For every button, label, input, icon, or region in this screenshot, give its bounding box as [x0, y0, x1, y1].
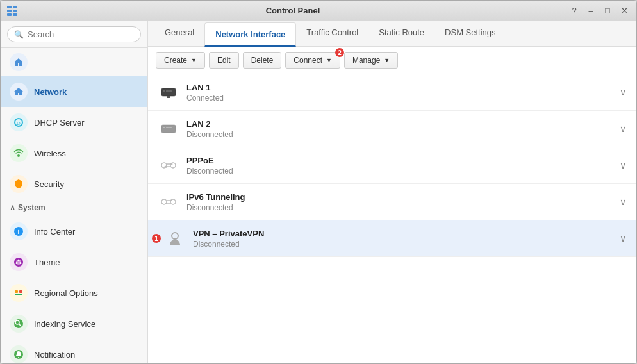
sidebar-item-dhcp[interactable]: D DHCP Server	[1, 107, 147, 138]
lan2-chevron: ∨	[620, 124, 626, 134]
svg-rect-0	[7, 6, 12, 8]
svg-rect-3	[13, 10, 17, 12]
chevron-down-icon: ∧	[10, 203, 15, 212]
sidebar-item-security-label: Security	[34, 179, 64, 189]
svg-rect-4	[7, 13, 12, 16]
sidebar-item-notification-label: Notification	[34, 350, 75, 360]
pppoe-status: Disconnected	[186, 167, 620, 176]
svg-rect-32	[169, 127, 172, 128]
maximize-button[interactable]: □	[600, 4, 615, 18]
vpn-chevron: ∨	[620, 233, 626, 244]
close-button[interactable]: ✕	[617, 4, 631, 18]
indexing-icon	[10, 315, 28, 333]
svg-point-14	[16, 262, 18, 264]
search-input[interactable]	[28, 29, 134, 39]
manage-button[interactable]: Manage	[344, 52, 398, 69]
sidebar-item-regional[interactable]: Regional Options	[1, 277, 147, 308]
notification-icon	[10, 345, 28, 363]
svg-rect-30	[163, 127, 165, 128]
sidebar-item-regional-label: Regional Options	[34, 288, 98, 298]
ipv6-chevron: ∨	[620, 197, 626, 207]
svg-rect-46	[173, 239, 177, 242]
svg-text:D: D	[17, 120, 21, 126]
connect-button[interactable]: Connect	[285, 52, 340, 69]
lan1-chevron: ∨	[620, 87, 626, 97]
network-item-ipv6[interactable]: IPv6 Tunneling Disconnected ∨	[148, 184, 636, 220]
minimize-button[interactable]: –	[584, 4, 598, 18]
svg-point-45	[172, 233, 178, 239]
tab-general[interactable]: General	[154, 21, 204, 47]
lan1-status: Connected	[186, 94, 620, 103]
wireless-icon	[10, 144, 28, 162]
sidebar-item-info-center-label: Info Center	[34, 227, 75, 236]
network-item-pppoe[interactable]: PPPoE Disconnected ∨	[148, 147, 636, 184]
create-button[interactable]: Create	[156, 52, 205, 69]
network-icon	[10, 83, 28, 101]
svg-point-12	[18, 260, 20, 261]
tab-static-route[interactable]: Static Route	[368, 21, 434, 47]
edit-button[interactable]: Edit	[209, 52, 239, 69]
sidebar-item-indexing-label: Indexing Service	[34, 319, 95, 329]
toolbar: Create Edit Delete Connect 2 Manage	[148, 47, 636, 74]
sidebar-item-info-center[interactable]: i Info Center	[1, 216, 147, 247]
vpn-info: VPN – PrivateVPN Disconnected	[193, 229, 620, 249]
network-item-lan2[interactable]: LAN 2 Disconnected ∨	[148, 111, 636, 147]
network-item-vpn[interactable]: 1 VPN – PrivateVPN Disconnected ∨	[148, 220, 636, 257]
lan1-icon	[158, 82, 179, 103]
sidebar-item-network[interactable]: Network	[1, 76, 147, 107]
svg-text:i: i	[18, 228, 20, 235]
pppoe-chevron: ∨	[620, 160, 626, 170]
info-icon: i	[10, 222, 28, 240]
lan2-icon	[158, 119, 179, 139]
sidebar-item-home[interactable]	[1, 48, 147, 76]
main-layout: 🔍 Network	[1, 21, 636, 363]
delete-button[interactable]: Delete	[243, 52, 282, 69]
sidebar-item-notification[interactable]: Notification	[1, 339, 147, 363]
sidebar-item-indexing[interactable]: Indexing Service	[1, 308, 147, 339]
svg-point-22	[18, 357, 19, 358]
svg-rect-24	[163, 90, 165, 92]
tab-traffic-control[interactable]: Traffic Control	[296, 21, 368, 47]
lan2-status: Disconnected	[186, 130, 620, 139]
sidebar-item-security[interactable]: Security	[1, 169, 147, 199]
pppoe-icon	[158, 155, 179, 176]
connect-badge: 2	[335, 48, 344, 57]
sidebar-item-wireless[interactable]: Wireless	[1, 138, 147, 169]
security-icon	[10, 175, 28, 193]
search-box[interactable]: 🔍	[7, 26, 141, 42]
app-icon	[6, 4, 19, 17]
lan1-info: LAN 1 Connected	[186, 83, 620, 103]
lan1-name: LAN 1	[186, 83, 620, 92]
sidebar: 🔍 Network	[1, 21, 148, 363]
tab-dsm-settings[interactable]: DSM Settings	[434, 21, 506, 47]
network-list: LAN 1 Connected ∨	[148, 74, 636, 363]
window-controls: ? – □ ✕	[567, 4, 631, 18]
svg-rect-1	[13, 6, 17, 8]
svg-rect-16	[19, 290, 22, 293]
svg-rect-25	[166, 90, 169, 92]
svg-rect-29	[161, 125, 176, 133]
svg-rect-23	[161, 88, 176, 96]
svg-rect-15	[15, 290, 18, 293]
ipv6-status: Disconnected	[186, 203, 620, 212]
regional-icon	[10, 284, 28, 302]
lan2-info: LAN 2 Disconnected	[186, 119, 620, 139]
vpn-icon	[165, 228, 185, 249]
main-window: Control Panel ? – □ ✕ 🔍	[0, 0, 637, 364]
help-button[interactable]: ?	[567, 4, 581, 18]
content-area: General Network Interface Traffic Contro…	[148, 21, 636, 363]
theme-icon	[10, 253, 28, 271]
pppoe-info: PPPoE Disconnected	[186, 156, 620, 176]
svg-rect-5	[13, 13, 17, 16]
dhcp-icon: D	[10, 113, 28, 131]
tab-network-interface[interactable]: Network Interface	[204, 22, 296, 47]
network-item-lan1[interactable]: LAN 1 Connected ∨	[148, 74, 636, 111]
sidebar-item-wireless-label: Wireless	[34, 149, 66, 158]
svg-rect-31	[166, 127, 169, 128]
title-bar: Control Panel ? – □ ✕	[1, 1, 636, 21]
home-icon	[10, 53, 28, 71]
window-title: Control Panel	[19, 6, 567, 15]
sidebar-item-theme[interactable]: Theme	[1, 247, 147, 277]
connect-btn-wrap: Connect 2	[285, 52, 340, 69]
vpn-name: VPN – PrivateVPN	[193, 229, 620, 238]
